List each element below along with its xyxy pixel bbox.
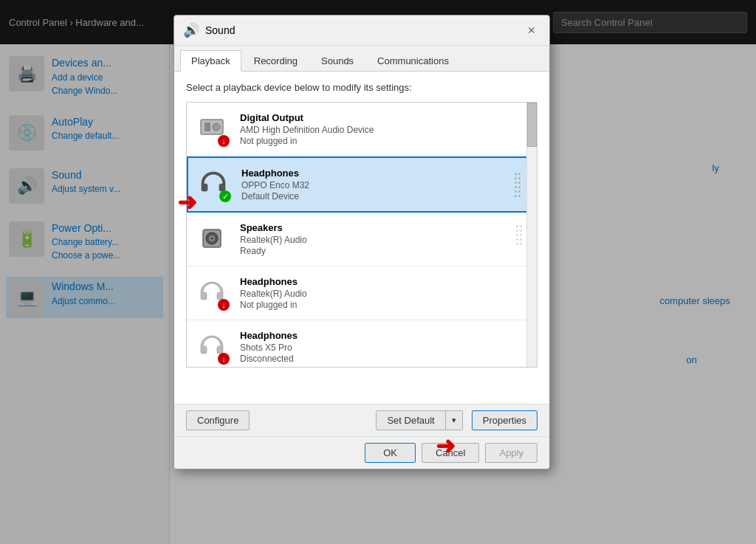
device-sub-0: AMD High Definition Audio Device bbox=[240, 125, 374, 135]
arrow-to-properties: ➜ bbox=[436, 432, 456, 460]
modal-title-text: Sound bbox=[205, 24, 523, 36]
device-status-2: Ready bbox=[240, 246, 307, 256]
device-name-2: Speakers bbox=[240, 222, 307, 233]
sound-dialog: 🔊 Sound ✕ Playback Recording Sounds Comm… bbox=[173, 15, 550, 469]
apply-button[interactable]: Apply bbox=[485, 443, 537, 463]
device-list[interactable]: ↓ Digital Output AMD High Definition Aud… bbox=[186, 102, 537, 368]
set-default-arrow-button[interactable]: ▾ bbox=[446, 410, 463, 430]
tab-recording[interactable]: Recording bbox=[243, 50, 309, 71]
headphones-realtek-icon-wrap: ↓ bbox=[193, 274, 231, 312]
tab-sounds[interactable]: Sounds bbox=[310, 50, 365, 71]
ok-button[interactable]: OK bbox=[365, 443, 416, 463]
tab-playback[interactable]: Playback bbox=[180, 50, 241, 72]
device-name-4: Headphones bbox=[240, 330, 298, 341]
device-name-0: Digital Output bbox=[240, 112, 374, 123]
modal-footer: OK Cancel Apply bbox=[174, 436, 549, 469]
device-item-speakers[interactable]: Speakers Realtek(R) Audio Ready bbox=[187, 213, 537, 266]
scrollbar[interactable] bbox=[526, 103, 537, 367]
headphones-oppo-badge: ✓ bbox=[219, 190, 231, 202]
svg-rect-1 bbox=[205, 123, 210, 131]
device-status-1: Default Device bbox=[241, 191, 309, 202]
device-item-headphones-shots[interactable]: ↓ Headphones Shots X5 Pro Disconnected bbox=[187, 320, 537, 368]
scrollbar-thumb[interactable] bbox=[527, 103, 537, 147]
tab-communications[interactable]: Communications bbox=[366, 50, 460, 71]
speakers-icon bbox=[197, 224, 227, 255]
device-sub-2: Realtek(R) Audio bbox=[240, 235, 307, 245]
device-sub-3: Realtek(R) Audio bbox=[240, 289, 307, 299]
digital-output-badge: ↓ bbox=[218, 135, 230, 147]
svg-point-2 bbox=[213, 123, 220, 131]
modal-title-icon: 🔊 bbox=[183, 22, 199, 38]
modal-tabs: Playback Recording Sounds Communications bbox=[174, 46, 549, 72]
speakers-icon-wrap bbox=[193, 220, 231, 258]
modal-body: Select a playback device below to modify… bbox=[174, 72, 549, 404]
properties-button[interactable]: Properties bbox=[472, 410, 537, 430]
device-item-headphones-realtek[interactable]: ↓ Headphones Realtek(R) Audio Not plugge… bbox=[187, 266, 537, 320]
headphones-oppo-icon-wrap: ✓ bbox=[194, 165, 233, 204]
device-status-4: Disconnected bbox=[240, 354, 298, 364]
headphones-realtek-badge: ↓ bbox=[218, 299, 230, 311]
headphones-shots-badge: ↓ bbox=[218, 353, 230, 365]
device-sub-1: OPPO Enco M32 bbox=[241, 180, 309, 190]
device-item-digital-output[interactable]: ↓ Digital Output AMD High Definition Aud… bbox=[187, 103, 537, 156]
close-button[interactable]: ✕ bbox=[523, 21, 540, 39]
configure-button[interactable]: Configure bbox=[186, 410, 250, 430]
set-default-group: Set Default ▾ bbox=[376, 410, 462, 430]
device-name-3: Headphones bbox=[240, 276, 307, 287]
device-status-0: Not plugged in bbox=[240, 136, 374, 146]
svg-point-6 bbox=[211, 237, 213, 239]
speakers-dots bbox=[516, 103, 526, 367]
modal-instruction: Select a playback device below to modify… bbox=[186, 82, 537, 93]
digital-output-icon-wrap: ↓ bbox=[193, 110, 231, 148]
device-sub-4: Shots X5 Pro bbox=[240, 342, 298, 353]
headphones-shots-icon-wrap: ↓ bbox=[193, 328, 231, 366]
device-status-3: Not plugged in bbox=[240, 300, 307, 310]
device-item-headphones-oppo[interactable]: ✓ Headphones OPPO Enco M32 Default Devic… bbox=[187, 156, 537, 213]
modal-titlebar: 🔊 Sound ✕ bbox=[174, 16, 549, 46]
modal-bottom-bar: Configure Set Default ▾ Properties bbox=[174, 404, 549, 436]
device-name-1: Headphones bbox=[241, 168, 309, 179]
arrow-to-headphones: ➜ bbox=[177, 188, 197, 216]
set-default-button[interactable]: Set Default bbox=[376, 410, 445, 430]
